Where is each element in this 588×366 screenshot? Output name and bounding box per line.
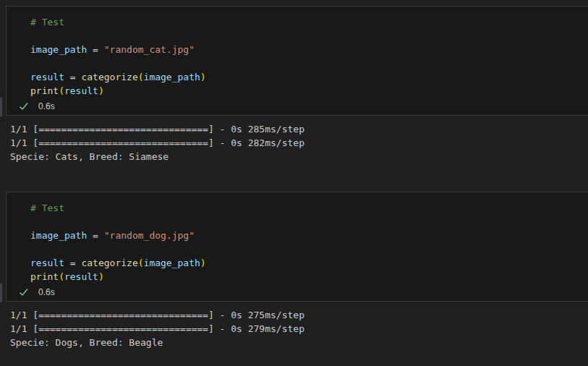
cell-focus-indicator [0, 284, 2, 302]
comment-token: # Test [30, 17, 64, 27]
cell-output: 1/1 [==============================] - 0… [10, 122, 588, 163]
function-token: print [30, 271, 59, 282]
bracket-token: ) [98, 85, 104, 96]
operator-token: = [87, 230, 103, 241]
code-line-blank [30, 29, 588, 43]
code-line: result = categorize(image_path) [30, 256, 588, 270]
function-token: categorize [81, 72, 137, 82]
code-line: image_path = "random_dog.jpg" [30, 229, 588, 242]
code-line: # Test [30, 201, 588, 215]
code-line-blank [30, 242, 588, 256]
success-check-icon [18, 286, 30, 298]
variable-token: image_path [144, 72, 200, 82]
operator-token: = [64, 72, 81, 82]
code-line: # Test [30, 15, 588, 29]
code-line: image_path = "random_cat.jpg" [30, 43, 588, 56]
output-line: Specie: Cats, Breed: Siamese [10, 150, 588, 163]
success-check-icon [18, 101, 30, 112]
bracket-token: ( [138, 258, 144, 268]
string-token: "random_cat.jpg" [104, 44, 195, 55]
variable-token: result [64, 271, 98, 282]
notebook-code-cell-dog[interactable]: # Test image_path = "random_dog.jpg" res… [6, 192, 588, 302]
code-editor[interactable]: # Test image_path = "random_dog.jpg" res… [7, 192, 588, 284]
output-line: 1/1 [==============================] - 0… [10, 308, 588, 322]
operator-token: = [87, 44, 103, 55]
bracket-token: ( [138, 72, 144, 82]
code-editor[interactable]: # Test image_path = "random_cat.jpg" res… [7, 7, 588, 98]
execution-time: 0.6s [38, 287, 55, 297]
bracket-token: ) [200, 258, 206, 268]
function-token: print [30, 85, 59, 96]
bracket-token: ) [98, 271, 104, 282]
code-line-blank [30, 56, 588, 70]
code-line: print(result) [30, 270, 588, 284]
variable-token: image_path [144, 258, 200, 268]
bracket-token: ( [59, 271, 64, 282]
output-line: 1/1 [==============================] - 0… [10, 322, 588, 336]
string-token: "random_dog.jpg" [104, 230, 195, 241]
cell-status-bar: 0.6s [7, 284, 588, 301]
operator-token: = [64, 258, 81, 268]
comment-token: # Test [30, 203, 64, 213]
cell-output: 1/1 [==============================] - 0… [10, 308, 588, 349]
code-line: print(result) [30, 84, 588, 98]
code-line: result = categorize(image_path) [30, 70, 588, 84]
variable-token: image_path [30, 230, 87, 241]
execution-time: 0.6s [38, 101, 55, 111]
function-token: categorize [81, 258, 137, 268]
bracket-token: ) [200, 72, 206, 82]
cell-focus-indicator [0, 98, 2, 116]
bracket-token: ( [59, 85, 64, 96]
variable-token: result [30, 258, 64, 268]
variable-token: result [64, 85, 98, 96]
output-line: Specie: Dogs, Breed: Beagle [10, 336, 588, 349]
code-line-blank [30, 215, 588, 229]
variable-token: image_path [30, 44, 87, 55]
notebook-code-cell-cat[interactable]: # Test image_path = "random_cat.jpg" res… [6, 6, 588, 116]
variable-token: result [30, 72, 64, 82]
output-line: 1/1 [==============================] - 0… [10, 136, 588, 150]
output-line: 1/1 [==============================] - 0… [10, 122, 588, 136]
cell-status-bar: 0.6s [7, 98, 588, 115]
